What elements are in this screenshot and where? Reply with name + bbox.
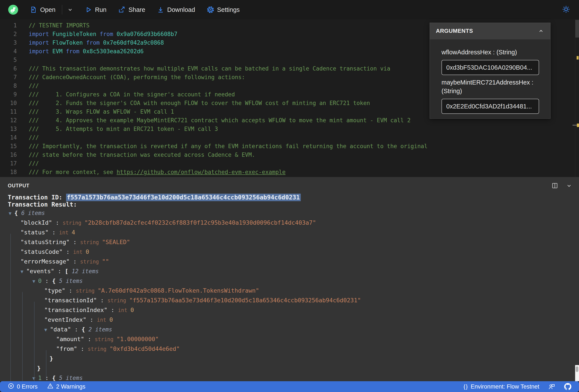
json-token: { [52,278,56,284]
code-token: /// For more context, see [29,169,117,175]
arguments-panel-header[interactable]: ARGUMENTS [430,23,550,39]
code-line: 17/// [0,159,579,168]
json-token: 0 [86,248,89,255]
run-play-icon [85,6,92,13]
json-token: "1.00000000" [117,336,159,342]
json-tree-row: "blockId" : string "2b28cbfb87da2cfec4f0… [9,218,573,227]
code-token: import [29,40,53,46]
code-token: /// [29,134,39,141]
json-token: "events" [26,268,54,275]
json-token: 4 [72,229,75,236]
run-label: Run [95,6,106,13]
json-token: "" [102,258,109,265]
json-token: "amount" [56,336,84,342]
json-tree-row: ▼ { 6 items [9,208,573,218]
run-button[interactable]: Run [85,6,106,13]
code-token: /// [29,160,39,167]
line-number: 11 [0,107,17,116]
transaction-result-label: Transaction Result: [8,201,573,208]
json-token: : [108,307,118,313]
github-icon[interactable] [564,383,572,391]
flow-logo[interactable] [8,5,18,15]
open-button[interactable]: Open [30,6,56,13]
json-token: "data" [50,326,71,333]
code-token: from [86,40,103,46]
indent-guide [10,234,11,381]
code-token: /// 5. Attempts to mint an ERC721 token … [29,126,218,132]
json-token: 5 items [56,375,83,381]
settings-button[interactable]: Settings [207,6,240,13]
json-tree-row: "eventIndex" : int 0 [9,315,573,325]
transaction-id-line: Transaction ID: f557a1573b76aa53e73d46f3… [8,194,573,201]
collapse-toggle-icon[interactable]: ▼ [20,269,26,274]
json-token: string [63,220,84,226]
collapse-toggle-icon[interactable]: ▼ [32,376,38,381]
code-link[interactable]: https://github.com/onflow/batched-evm-ex… [117,169,286,175]
collapse-toggle-icon[interactable]: ▼ [44,327,50,333]
share-button[interactable]: Share [118,6,145,13]
code-token: from [66,48,83,55]
share-icon [118,6,125,13]
code-token: // TESTNET IMPORTS [29,22,90,29]
json-tree-row: } [9,354,573,363]
code-token: 0x7e60df042a9c0868 [103,40,164,46]
code-token: /// [29,83,39,89]
argument-input-maybeMintERC721AddressHex[interactable] [441,99,539,114]
json-token: : [54,268,65,275]
errors-status[interactable]: 0 Errors [8,383,38,391]
line-number: 8 [0,81,17,90]
json-token: : [42,375,52,381]
arguments-panel: ARGUMENTS wflowAddressHex : (String) may… [430,23,551,118]
code-token: /// Importantly, the transaction is reve… [29,143,428,149]
json-token: string [95,336,117,342]
warning-triangle-icon [47,383,54,391]
share-label: Share [129,6,145,13]
errors-label: 0 Errors [17,383,38,390]
json-token: : [70,239,80,245]
light-mode-toggle[interactable] [562,5,570,14]
line-number: 17 [0,159,17,168]
chevron-up-icon[interactable] [538,28,544,34]
code-line: 16/// state before the transaction was e… [0,151,579,159]
code-token: /// 2. Funds the signer's COA with enoug… [29,100,370,106]
json-token: 12 items [69,268,99,275]
json-token: 1 [38,375,42,381]
json-token: : [42,278,52,284]
download-button[interactable]: Download [157,6,195,13]
json-token: "transactionId" [44,297,97,304]
line-number: 5 [0,56,17,64]
collapse-toggle-icon[interactable]: ▼ [32,279,38,284]
json-token: "status" [20,229,49,236]
json-token: "blockId" [20,219,52,226]
json-result-tree: ▼ { 6 items"blockId" : string "2b28cbfb8… [9,208,573,381]
download-label: Download [167,6,195,13]
output-title: OUTPUT [8,183,30,189]
warning-marker [577,56,579,59]
environment-status[interactable]: {} Environment: Flow Testnet [463,383,539,390]
json-token: int [59,230,72,236]
environment-label: Environment: Flow Testnet [471,383,539,390]
json-token: "statusString" [20,239,70,245]
json-token: 6 items [18,210,45,216]
output-scrollbar-thumb[interactable] [576,366,578,372]
json-token: "statusCode" [20,248,63,255]
json-tree-row: ▼ "data" : { 2 items [9,325,573,334]
argument-input-wflowAddressHex[interactable] [441,60,539,75]
json-token: : [97,297,108,304]
json-token: : [63,248,73,255]
json-tree-row: ▼ "events" : [ 12 items [9,266,573,276]
json-token: int [118,307,130,313]
editor-scrollbar-thumb[interactable] [575,20,579,38]
open-menu-caret[interactable] [67,6,73,13]
warnings-status[interactable]: 2 Warnings [47,383,85,391]
code-line: 15/// Importantly, the transaction is re… [0,142,579,151]
json-tree-row: "type" : string "A.7e60df042a9c0868.Flow… [9,286,573,295]
json-tree-row: "status" : int 4 [9,227,573,237]
json-token: "eventIndex" [44,316,86,323]
json-token: "type" [44,287,66,294]
feedback-icon[interactable] [548,383,555,390]
collapse-output-chevron-icon[interactable] [566,182,573,189]
json-tree-row: "from" : string "0xfd3b4cd50d44e6ed" [9,344,573,354]
collapse-toggle-icon[interactable]: ▼ [9,211,14,216]
split-panel-icon[interactable] [551,182,558,189]
